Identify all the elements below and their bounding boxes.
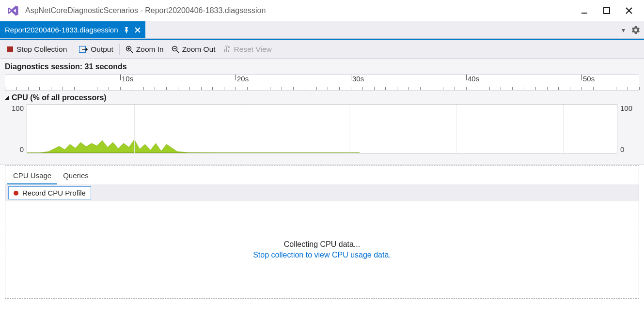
pin-icon[interactable] (123, 27, 130, 33)
profiler-toolbar: Stop Collection Output Zoom In Zoom Out … (0, 40, 644, 59)
document-tab-strip: Report20200406-1833.diagsession ▾ (0, 21, 644, 39)
message-area: Collecting CPU data... Stop collection t… (5, 201, 639, 298)
svg-rect-1 (604, 8, 610, 14)
minimize-button[interactable] (573, 3, 596, 18)
zoom-out-button[interactable]: Zoom Out (168, 43, 220, 56)
timeline-ruler[interactable]: 10s20s30s40s50s (5, 74, 639, 91)
visual-studio-logo-icon (7, 4, 19, 17)
session-duration-label: Diagnostics session: 31 seconds (0, 59, 644, 74)
output-button[interactable]: Output (75, 43, 117, 56)
record-dot-icon (14, 191, 18, 196)
collecting-message: Collecting CPU data... (284, 240, 360, 249)
document-tab-active[interactable]: Report20200406-1833.diagsession (0, 21, 145, 38)
y-axis-left: 100 0 (5, 104, 27, 153)
tab-overflow-chevron-icon[interactable]: ▾ (619, 26, 628, 34)
svg-rect-2 (7, 46, 13, 52)
gear-icon[interactable] (631, 26, 640, 34)
document-tab-label: Report20200406-1833.diagsession (5, 26, 118, 34)
detail-pane: CPU Usage Queries Record CPU Profile Col… (5, 165, 639, 299)
collapse-triangle-icon: ◢ (5, 94, 9, 101)
close-button[interactable] (618, 3, 640, 18)
cpu-chart[interactable] (27, 104, 617, 153)
y-axis-right: 100 0 (617, 104, 639, 153)
record-cpu-profile-button[interactable]: Record CPU Profile (8, 186, 91, 199)
reset-view-button[interactable]: Reset View (220, 43, 276, 56)
cpu-chart-row: 100 0 100 0 (0, 104, 644, 156)
close-tab-icon[interactable] (135, 27, 141, 33)
title-bar: AspNetCoreDiagnosticScenarios - Report20… (0, 0, 644, 21)
zoom-in-button[interactable]: Zoom In (122, 43, 168, 56)
record-toolbar: Record CPU Profile (5, 184, 639, 201)
stop-collection-hint-link[interactable]: Stop collection to view CPU usage data. (253, 251, 391, 259)
timeline-ruler-container: 10s20s30s40s50s (0, 74, 644, 91)
maximize-button[interactable] (596, 3, 618, 18)
window-buttons (573, 3, 640, 18)
stop-collection-button[interactable]: Stop Collection (3, 43, 71, 56)
detail-tabs: CPU Usage Queries (5, 166, 639, 184)
tab-cpu-usage[interactable]: CPU Usage (7, 168, 57, 184)
window-title: AspNetCoreDiagnosticScenarios - Report20… (25, 6, 266, 15)
svg-rect-0 (581, 13, 587, 14)
tab-queries[interactable]: Queries (57, 168, 94, 184)
cpu-panel-header[interactable]: ◢ CPU (% of all processors) (0, 91, 644, 104)
cpu-panel-title: CPU (% of all processors) (12, 93, 107, 102)
